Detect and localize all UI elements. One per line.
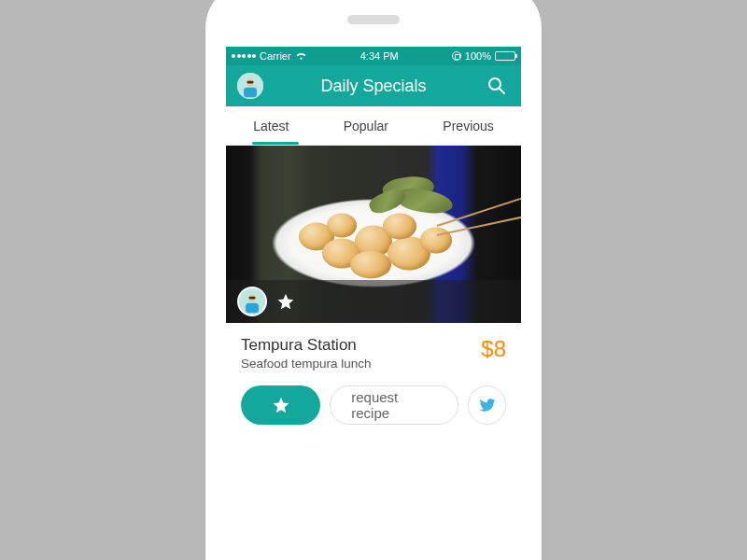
tab-latest[interactable]: Latest (247, 119, 294, 133)
phone-frame: Carrier 4:34 PM 100% Daily Specials (205, 0, 542, 560)
signal-dots-icon (232, 54, 256, 58)
svg-line-5 (500, 89, 504, 93)
dish-price: $8 (481, 336, 506, 362)
svg-point-4 (489, 78, 500, 90)
search-button[interactable] (484, 73, 510, 99)
author-avatar[interactable] (237, 287, 267, 316)
dish-card[interactable]: Tempura Station Seafood tempura lunch $8… (226, 146, 521, 440)
tab-indicator (252, 142, 299, 145)
status-bar: Carrier 4:34 PM 100% (226, 47, 521, 65)
profile-avatar[interactable] (237, 73, 263, 99)
tab-previous[interactable]: Previous (437, 119, 499, 133)
app-header: Daily Specials (226, 65, 521, 106)
dish-details: Tempura Station Seafood tempura lunch $8 (226, 323, 521, 380)
carrier-label: Carrier (260, 50, 291, 62)
orientation-lock-icon (452, 51, 461, 61)
action-row: request recipe (226, 380, 521, 440)
svg-rect-3 (247, 81, 254, 84)
image-footer (226, 280, 521, 323)
wifi-icon (295, 51, 307, 61)
tab-popular[interactable]: Popular (338, 119, 394, 133)
share-twitter-button[interactable] (468, 385, 506, 425)
dish-title: Tempura Station (241, 336, 372, 355)
battery-pct-label: 100% (465, 50, 491, 62)
dish-subtitle: Seafood tempura lunch (241, 357, 372, 371)
search-icon (487, 77, 506, 95)
favorite-button[interactable] (241, 385, 320, 425)
svg-rect-2 (244, 88, 257, 98)
phone-speaker (347, 15, 400, 24)
star-icon (272, 396, 290, 414)
svg-rect-9 (249, 297, 256, 300)
battery-icon (495, 51, 515, 61)
dish-image (226, 146, 521, 323)
tab-bar: Latest Popular Previous (226, 106, 521, 146)
page-title: Daily Specials (320, 77, 426, 96)
screen: Carrier 4:34 PM 100% Daily Specials (226, 47, 521, 560)
favorite-star-icon[interactable] (276, 292, 295, 311)
clock-label: 4:34 PM (360, 50, 399, 62)
svg-rect-8 (246, 303, 259, 314)
twitter-icon (479, 397, 496, 413)
request-recipe-button[interactable]: request recipe (330, 385, 458, 425)
